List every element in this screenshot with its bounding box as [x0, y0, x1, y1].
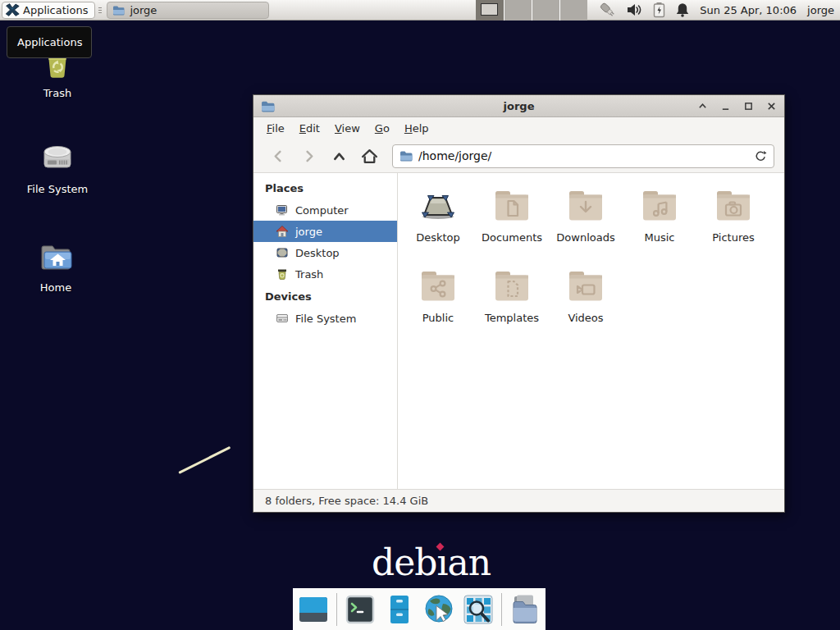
desktop-icon-label: Home: [13, 281, 98, 294]
file-label: Downloads: [556, 231, 614, 244]
panel-user-label[interactable]: jorge: [807, 4, 834, 16]
file-item-downloads[interactable]: Downloads: [550, 187, 622, 267]
folder-icon: [112, 5, 125, 16]
file-item-templates[interactable]: Templates: [476, 267, 548, 348]
dock-item-show-desktop[interactable]: [297, 593, 330, 626]
volume-icon[interactable]: [627, 2, 643, 17]
workspace-4[interactable]: [560, 0, 587, 21]
desktop-icon-file-system[interactable]: File System: [15, 139, 100, 195]
dock-separator: [501, 593, 502, 626]
dock-item-terminal[interactable]: [344, 593, 377, 626]
dock: [293, 588, 546, 630]
file-label: Music: [645, 231, 675, 244]
file-item-documents[interactable]: Documents: [476, 187, 548, 267]
application-finder-icon: [462, 593, 495, 626]
harddrive-icon: [38, 139, 77, 178]
sidebar-item-jorge[interactable]: jorge: [253, 221, 397, 242]
path-bar[interactable]: [392, 144, 774, 168]
show-desktop-icon: [297, 593, 330, 626]
sidebar-item-label: Trash: [295, 268, 323, 281]
shade-button[interactable]: [696, 100, 708, 112]
battery-icon[interactable]: [652, 2, 666, 18]
workspace-3[interactable]: [532, 0, 560, 21]
folder-template-icon: [492, 267, 532, 307]
folder-music-icon: [640, 187, 679, 226]
sidebar-header-places: Places: [253, 176, 397, 199]
file-item-pictures[interactable]: Pictures: [697, 187, 769, 267]
workspace-1[interactable]: [476, 0, 504, 21]
sidebar-item-label: Desktop: [295, 247, 340, 259]
dock-item-directory-menu[interactable]: [509, 593, 541, 626]
trash-icon: [276, 267, 289, 281]
taskbar-button-label: jorge: [130, 4, 157, 16]
chevron-right-icon: [302, 149, 316, 163]
wordmark-post: an: [447, 541, 491, 583]
system-tray: [599, 1, 690, 19]
menu-go[interactable]: Go: [368, 119, 397, 138]
wallpaper-streak: [178, 446, 231, 474]
path-input[interactable]: [418, 149, 749, 162]
menu-view[interactable]: View: [327, 119, 368, 138]
clock[interactable]: Sun 25 Apr, 10:06: [700, 4, 797, 16]
panel-handle[interactable]: [97, 2, 103, 17]
file-label: Desktop: [416, 231, 460, 244]
file-item-videos[interactable]: Videos: [550, 267, 622, 348]
menu-file[interactable]: File: [259, 119, 292, 138]
xfce-logo-icon: [5, 2, 20, 17]
computer-icon: [276, 203, 289, 217]
file-manager-window: jorge File Edit View Go Help: [253, 94, 785, 513]
forward-button[interactable]: [294, 144, 324, 168]
taskbar-button-jorge[interactable]: jorge: [107, 2, 269, 19]
notifications-bell-icon[interactable]: [675, 2, 690, 18]
folder-camera-icon: [714, 187, 753, 226]
folder-video-icon: [566, 267, 605, 307]
dock-item-web-browser[interactable]: [422, 593, 455, 626]
menubar: File Edit View Go Help: [253, 117, 784, 139]
home-folder-icon: [36, 237, 75, 276]
sidebar-item-file-system[interactable]: File System: [253, 308, 397, 329]
terminal-icon: [344, 593, 377, 626]
applications-label: Applications: [23, 4, 88, 16]
sidebar-item-desktop[interactable]: Desktop: [253, 242, 397, 263]
sidebar-item-computer[interactable]: Computer: [253, 199, 397, 221]
file-grid: Desktop Documents: [398, 173, 784, 489]
folder-download-icon: [566, 187, 605, 226]
workspace-switcher[interactable]: [476, 0, 587, 21]
sidebar-item-label: jorge: [295, 226, 322, 238]
file-item-music[interactable]: Music: [623, 187, 696, 267]
file-item-public[interactable]: Public: [402, 267, 474, 348]
web-browser-icon: [422, 593, 455, 626]
minimize-button[interactable]: [719, 100, 731, 112]
dock-item-app-finder[interactable]: [462, 593, 495, 626]
home-button[interactable]: [354, 144, 385, 168]
peripheral-plug-icon[interactable]: [599, 1, 618, 19]
top-panel: Applications jorge: [0, 0, 840, 21]
sidebar: Places Computer: [253, 173, 398, 489]
reload-icon[interactable]: [755, 150, 767, 162]
workspace-window-thumb: [481, 3, 498, 16]
menu-edit[interactable]: Edit: [292, 119, 327, 138]
menu-help[interactable]: Help: [397, 119, 436, 138]
back-button[interactable]: [263, 144, 294, 168]
chevron-left-icon: [272, 149, 285, 163]
workspace-2[interactable]: [504, 0, 532, 21]
sidebar-item-trash[interactable]: Trash: [253, 263, 397, 285]
file-label: Templates: [485, 312, 539, 324]
applications-tooltip: Applications: [7, 26, 92, 58]
chevron-up-icon: [331, 149, 347, 163]
applications-button[interactable]: Applications: [2, 2, 95, 19]
dock-item-file-manager[interactable]: [383, 593, 416, 626]
desktop-surface-icon: [418, 187, 458, 226]
harddrive-icon: [276, 312, 289, 325]
home-icon: [361, 148, 378, 164]
folder-share-icon: [418, 267, 458, 307]
titlebar[interactable]: jorge: [253, 95, 784, 117]
up-button[interactable]: [324, 144, 354, 168]
maximize-button[interactable]: [742, 100, 754, 112]
folder-document-icon: [492, 187, 532, 226]
home-icon: [276, 225, 289, 238]
desktop: Applications jorge: [0, 0, 840, 630]
desktop-icon-home[interactable]: Home: [13, 237, 98, 294]
close-button[interactable]: [765, 100, 777, 112]
file-item-desktop[interactable]: Desktop: [402, 187, 474, 267]
